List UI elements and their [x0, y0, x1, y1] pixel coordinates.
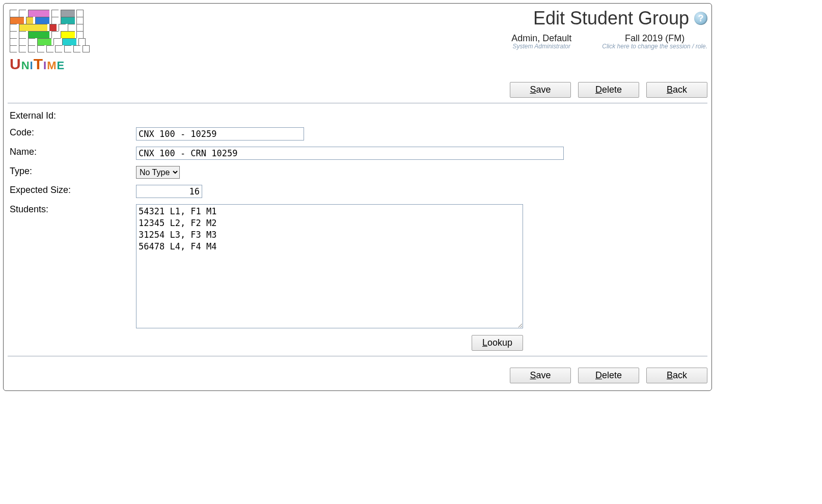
top-button-row: Save Delete Back	[8, 75, 707, 101]
logo-text: UNITIME	[10, 55, 90, 73]
back-button-bottom[interactable]: Back	[646, 368, 707, 383]
user-role: System Administrator	[511, 43, 571, 50]
page-title: Edit Student Group	[533, 8, 689, 29]
session-name: Fall 2019 (FM)	[602, 33, 707, 44]
bottom-button-row: Save Delete Back	[8, 360, 707, 386]
value-external-id	[134, 107, 707, 124]
label-students: Students:	[8, 201, 134, 354]
label-expected-size: Expected Size:	[8, 182, 134, 201]
delete-button-bottom[interactable]: Delete	[578, 368, 639, 383]
help-icon[interactable]: ?	[694, 12, 707, 25]
save-button-bottom[interactable]: Save	[510, 368, 571, 383]
label-type: Type:	[8, 163, 134, 182]
students-textarea[interactable]	[136, 204, 523, 328]
type-select[interactable]: No Type	[136, 166, 180, 179]
label-external-id: External Id:	[8, 107, 134, 124]
label-code: Code:	[8, 124, 134, 144]
session-hint: Click here to change the session / role.	[602, 43, 707, 50]
current-session[interactable]: Fall 2019 (FM) Click here to change the …	[602, 33, 707, 50]
code-input[interactable]	[136, 127, 304, 141]
current-user[interactable]: Admin, Default System Administrator	[511, 33, 571, 50]
lookup-button[interactable]: Lookup	[472, 335, 523, 351]
save-button[interactable]: Save	[510, 82, 571, 98]
delete-button[interactable]: Delete	[578, 82, 639, 98]
name-input[interactable]	[136, 147, 564, 160]
expected-size-input[interactable]	[136, 185, 202, 198]
user-name: Admin, Default	[511, 33, 571, 44]
app-logo[interactable]: UNITIME	[8, 8, 92, 75]
label-name: Name:	[8, 144, 134, 163]
back-button[interactable]: Back	[646, 82, 707, 98]
logo-grid-icon	[10, 10, 90, 52]
